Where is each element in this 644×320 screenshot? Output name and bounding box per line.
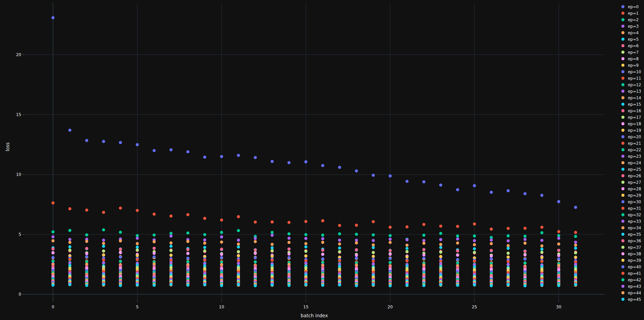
data-point[interactable] — [490, 249, 493, 252]
data-point[interactable] — [153, 149, 156, 152]
data-point[interactable] — [540, 239, 544, 242]
data-point[interactable] — [557, 242, 560, 245]
data-point[interactable] — [490, 254, 493, 257]
data-point[interactable] — [456, 188, 459, 191]
data-point[interactable] — [169, 215, 172, 218]
data-point[interactable] — [220, 247, 223, 251]
data-point[interactable] — [119, 231, 122, 234]
data-point[interactable] — [372, 243, 375, 246]
data-point[interactable] — [321, 241, 324, 244]
data-point[interactable] — [85, 208, 88, 212]
data-point[interactable] — [254, 256, 257, 259]
data-point[interactable] — [321, 164, 324, 167]
data-point[interactable] — [119, 251, 122, 254]
data-point[interactable] — [254, 237, 257, 240]
legend-item-ep=9[interactable]: ep=9 — [618, 62, 644, 68]
data-point[interactable] — [271, 283, 274, 286]
data-point[interactable] — [473, 283, 476, 286]
data-point[interactable] — [405, 247, 409, 250]
data-point[interactable] — [51, 16, 54, 19]
legend-item-ep=22[interactable]: ep=22 — [618, 146, 644, 153]
data-point[interactable] — [153, 233, 156, 236]
data-point[interactable] — [119, 248, 122, 251]
data-point[interactable] — [439, 232, 442, 235]
data-point[interactable] — [523, 238, 526, 241]
data-point[interactable] — [389, 253, 392, 256]
data-point[interactable] — [237, 250, 240, 253]
data-point[interactable] — [389, 261, 392, 264]
data-point[interactable] — [557, 237, 560, 240]
data-point[interactable] — [557, 230, 560, 233]
data-point[interactable] — [203, 249, 206, 252]
data-point[interactable] — [271, 243, 274, 246]
legend-item-ep=38[interactable]: ep=38 — [618, 251, 644, 257]
data-point[interactable] — [507, 247, 510, 250]
data-point[interactable] — [490, 236, 493, 239]
data-point[interactable] — [220, 155, 223, 158]
data-point[interactable] — [456, 225, 459, 228]
data-point[interactable] — [237, 262, 240, 265]
data-point[interactable] — [237, 259, 240, 262]
data-point[interactable] — [540, 256, 544, 259]
data-point[interactable] — [136, 283, 139, 286]
data-point[interactable] — [338, 239, 341, 242]
data-point[interactable] — [574, 206, 577, 209]
data-point[interactable] — [85, 263, 88, 266]
data-point[interactable] — [389, 284, 392, 287]
data-point[interactable] — [355, 257, 358, 260]
data-point[interactable] — [186, 260, 190, 264]
data-point[interactable] — [557, 234, 560, 237]
data-point[interactable] — [372, 259, 375, 263]
data-point[interactable] — [237, 243, 240, 246]
data-point[interactable] — [186, 284, 190, 287]
data-point[interactable] — [523, 235, 526, 238]
data-point[interactable] — [102, 242, 105, 245]
data-point[interactable] — [102, 254, 105, 257]
data-point[interactable] — [372, 220, 375, 223]
data-point[interactable] — [321, 257, 324, 260]
data-point[interactable] — [507, 189, 510, 192]
legend-item-ep=30[interactable]: ep=30 — [618, 199, 644, 205]
data-point[interactable] — [321, 261, 324, 264]
data-point[interactable] — [507, 263, 510, 266]
data-point[interactable] — [186, 248, 190, 251]
data-point[interactable] — [540, 260, 544, 263]
data-point[interactable] — [422, 253, 425, 256]
data-point[interactable] — [271, 220, 274, 223]
data-point[interactable] — [169, 232, 172, 235]
legend-item-ep=14[interactable]: ep=14 — [618, 94, 644, 101]
data-point[interactable] — [473, 234, 476, 238]
data-point[interactable] — [574, 241, 577, 244]
data-point[interactable] — [372, 283, 375, 286]
data-point[interactable] — [102, 245, 105, 248]
data-point[interactable] — [456, 284, 459, 287]
data-point[interactable] — [389, 241, 392, 244]
data-point[interactable] — [220, 284, 223, 287]
data-point[interactable] — [169, 249, 172, 252]
data-point[interactable] — [405, 283, 409, 286]
data-point[interactable] — [237, 239, 240, 242]
legend-item-ep=34[interactable]: ep=34 — [618, 225, 644, 231]
data-point[interactable] — [271, 249, 274, 252]
data-point[interactable] — [405, 238, 409, 241]
data-point[interactable] — [220, 256, 223, 259]
data-point[interactable] — [68, 229, 71, 232]
data-point[interactable] — [338, 224, 341, 227]
data-point[interactable] — [85, 247, 88, 250]
data-point[interactable] — [68, 283, 71, 286]
data-point[interactable] — [288, 232, 291, 235]
data-point[interactable] — [136, 248, 139, 252]
data-point[interactable] — [254, 284, 257, 287]
data-point[interactable] — [304, 237, 307, 240]
data-point[interactable] — [68, 129, 71, 132]
data-point[interactable] — [473, 260, 476, 263]
data-point[interactable] — [540, 247, 544, 251]
data-point[interactable] — [153, 240, 156, 243]
data-point[interactable] — [237, 245, 240, 248]
data-point[interactable] — [169, 266, 172, 269]
data-point[interactable] — [85, 284, 88, 287]
data-point[interactable] — [102, 283, 105, 286]
data-point[interactable] — [186, 257, 190, 260]
data-point[interactable] — [254, 240, 257, 243]
data-point[interactable] — [422, 234, 425, 237]
